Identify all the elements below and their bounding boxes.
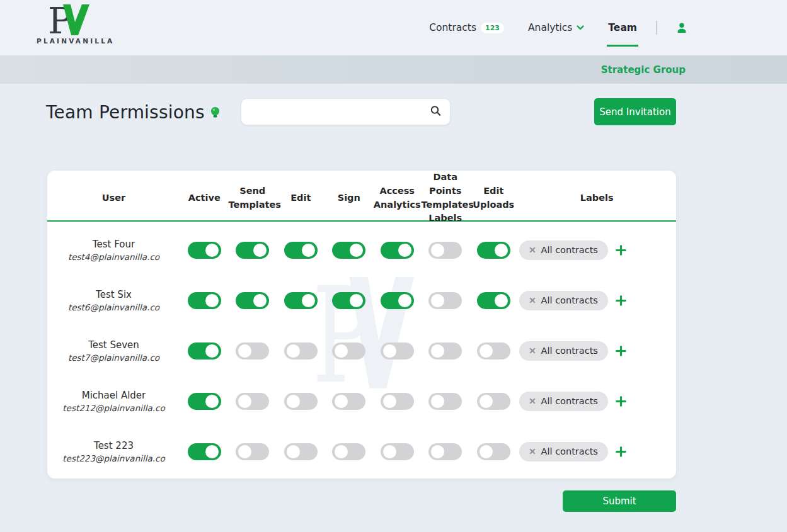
toggle-knob — [398, 244, 411, 257]
nav-item-team[interactable]: Team — [608, 22, 637, 33]
user-name: Michael Alder — [47, 390, 180, 401]
permission-toggle-send-templates[interactable] — [236, 242, 269, 259]
label-chip-text: All contracts — [541, 396, 598, 406]
permission-toggle-edit-uploads[interactable] — [477, 342, 510, 359]
permission-toggle-access-analytics[interactable] — [381, 443, 414, 460]
table-row: Test Seven test7@plainvanilla.co All con… — [47, 325, 676, 376]
toggle-knob — [287, 395, 300, 408]
labels-cell: All contracts — [518, 442, 677, 461]
label-chip-text: All contracts — [541, 295, 598, 305]
permission-toggle-data-points[interactable] — [428, 242, 462, 259]
top-navigation: P PLAINVANILLA Contracts 123 Analytics T… — [0, 0, 787, 55]
user-cell: Michael Alder test212@plainvanilla.co — [47, 390, 180, 413]
toggle-knob — [350, 294, 363, 307]
permission-toggle-data-points[interactable] — [428, 393, 462, 410]
permission-toggle-data-points[interactable] — [428, 342, 462, 359]
toggle-knob — [205, 344, 219, 358]
nav-item-contracts[interactable]: Contracts 123 — [429, 22, 504, 33]
permission-toggle-sign[interactable] — [332, 393, 365, 410]
send-invitation-button[interactable]: Send Invitation — [594, 98, 676, 125]
search-icon[interactable] — [430, 105, 441, 118]
add-label-button[interactable] — [615, 446, 627, 458]
permission-toggle-send-templates[interactable] — [236, 393, 269, 410]
user-cell: Test Seven test7@plainvanilla.co — [47, 339, 180, 363]
nav-item-analytics[interactable]: Analytics — [528, 22, 584, 33]
toggle-knob — [238, 395, 251, 408]
toggle-knob — [383, 445, 396, 458]
permission-toggle-send-templates[interactable] — [236, 292, 269, 309]
user-email: test212@plainvanilla.co — [47, 403, 180, 413]
user-email: test7@plainvanilla.co — [47, 353, 180, 363]
remove-label-icon[interactable] — [529, 247, 536, 253]
remove-label-icon[interactable] — [529, 448, 536, 455]
permission-toggle-edit[interactable] — [284, 393, 318, 410]
permission-toggle-access-analytics[interactable] — [381, 393, 414, 410]
toggle-knob — [335, 445, 348, 458]
add-label-button[interactable] — [615, 244, 627, 256]
label-chip-text: All contracts — [541, 346, 598, 356]
permission-toggle-send-templates[interactable] — [236, 443, 269, 460]
remove-label-icon[interactable] — [529, 398, 536, 404]
permission-toggle-edit[interactable] — [284, 443, 318, 460]
permission-toggle-active[interactable] — [188, 393, 221, 410]
toggle-knob — [480, 344, 493, 358]
toggle-knob — [383, 344, 396, 358]
permission-toggle-send-templates[interactable] — [236, 342, 269, 359]
toggle-knob — [431, 445, 444, 458]
permission-toggle-data-points[interactable] — [428, 443, 462, 460]
permission-toggle-edit-uploads[interactable] — [477, 242, 510, 259]
permission-toggle-access-analytics[interactable] — [381, 292, 414, 309]
search-input[interactable] — [241, 98, 451, 125]
permission-toggle-access-analytics[interactable] — [381, 242, 414, 259]
col-active: Active — [180, 191, 229, 205]
toggle-knob — [350, 244, 363, 257]
brand-logo[interactable]: P PLAINVANILLA — [37, 3, 100, 45]
permission-toggle-access-analytics[interactable] — [381, 342, 414, 359]
add-label-button[interactable] — [615, 295, 627, 307]
user-email: test4@plainvanilla.co — [47, 252, 180, 262]
user-cell: Test Four test4@plainvanilla.co — [47, 239, 180, 262]
permission-toggle-sign[interactable] — [332, 242, 365, 259]
toggle-knob — [431, 244, 444, 257]
permission-toggle-active[interactable] — [188, 443, 221, 460]
label-chip: All contracts — [519, 341, 608, 361]
pv-monogram-icon: P — [39, 3, 97, 37]
permission-toggle-edit-uploads[interactable] — [477, 393, 510, 410]
table-row: Michael Alder test212@plainvanilla.co Al… — [47, 376, 676, 426]
col-access-analytics: Access Analytics — [373, 184, 422, 212]
permission-toggle-sign[interactable] — [332, 292, 365, 309]
permission-toggle-active[interactable] — [188, 292, 221, 309]
permission-toggle-active[interactable] — [188, 242, 221, 259]
user-cell: Test Six test6@plainvanilla.co — [47, 289, 180, 312]
toggle-knob — [398, 294, 411, 307]
permission-toggle-sign[interactable] — [332, 342, 365, 359]
permission-toggle-edit-uploads[interactable] — [477, 292, 510, 309]
nav-contracts-label: Contracts — [429, 22, 476, 33]
label-chip: All contracts — [519, 392, 608, 411]
permission-toggle-edit[interactable] — [284, 292, 318, 309]
lightbulb-icon[interactable] — [210, 106, 220, 120]
submit-button[interactable]: Submit — [563, 490, 676, 512]
add-label-button[interactable] — [615, 345, 627, 357]
account-button[interactable] — [676, 22, 687, 33]
label-chip: All contracts — [519, 241, 608, 260]
permission-toggle-sign[interactable] — [332, 443, 365, 460]
label-chip: All contracts — [519, 442, 608, 461]
toggle-knob — [495, 244, 508, 257]
permission-toggle-edit[interactable] — [284, 342, 318, 359]
toggle-knob — [495, 294, 508, 307]
permission-toggle-data-points[interactable] — [428, 292, 462, 309]
toggle-knob — [302, 294, 315, 307]
user-cell: Test 223 test223@plainvanilla.co — [47, 440, 180, 463]
labels-cell: All contracts — [518, 241, 677, 260]
col-send-templates: Send Templates — [229, 184, 277, 212]
add-label-button[interactable] — [615, 395, 627, 407]
remove-label-icon[interactable] — [529, 348, 536, 354]
permission-toggle-edit[interactable] — [284, 242, 318, 259]
toggle-knob — [480, 445, 493, 458]
permission-toggle-edit-uploads[interactable] — [477, 443, 510, 460]
toggle-knob — [205, 445, 219, 458]
permission-toggle-active[interactable] — [188, 342, 221, 359]
remove-label-icon[interactable] — [529, 297, 536, 303]
toggle-knob — [205, 244, 219, 257]
